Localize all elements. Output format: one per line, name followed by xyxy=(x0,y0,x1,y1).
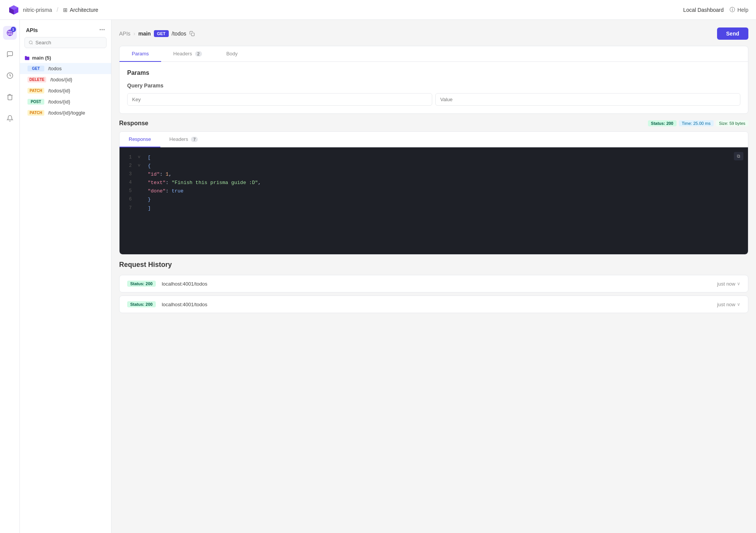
search-icon xyxy=(29,40,33,45)
globe-badge: 1 xyxy=(11,27,16,32)
svg-rect-5 xyxy=(191,33,194,36)
breadcrumb-apis[interactable]: APIs xyxy=(119,31,131,37)
main-content: APIs › main GET /todos Send Params Heade… xyxy=(111,20,756,324)
response-section: Response Status: 200 Time: 25.00 ms Size… xyxy=(119,120,748,255)
app-layout: 1 APIs ··· xyxy=(0,20,756,533)
sidebar-item-patch-toggle[interactable]: PATCH /todos/{id}/toggle xyxy=(20,107,111,118)
time-badge: Time: 25.00 ms xyxy=(679,120,714,126)
params-tabs: Params Headers 2 Body xyxy=(120,46,748,62)
history-title: Request History xyxy=(119,261,748,269)
main-area: APIs › main GET /todos Send Params Heade… xyxy=(111,20,756,533)
arch-icon: ⊞ xyxy=(63,7,68,13)
chevron-down-icon-2: ∨ xyxy=(737,302,740,307)
request-bar: APIs › main GET /todos Send xyxy=(119,27,748,40)
method-badge-patch2: PATCH xyxy=(27,110,44,116)
tab-params[interactable]: Params xyxy=(120,46,161,62)
history-time-2: just now ∨ xyxy=(717,302,740,307)
sidebar-group-name: main (5) xyxy=(32,55,51,61)
key-input[interactable] xyxy=(127,93,432,106)
nav-separator: / xyxy=(57,6,58,13)
copy-code-button[interactable]: ⧉ xyxy=(734,152,743,160)
code-line-2: 2 v { xyxy=(126,162,742,170)
request-history-section: Request History Status: 200 localhost:40… xyxy=(119,261,748,313)
sidebar-item-delete-todos-id[interactable]: DELETE /todos/{id} xyxy=(20,74,111,85)
params-title: Params xyxy=(127,69,740,76)
item-path: /todos/{id} xyxy=(48,88,70,94)
history-url-2: localhost:4001/todos xyxy=(162,302,711,307)
project-name: nitric-prisma xyxy=(23,7,52,13)
sidebar-items: GET /todos DELETE /todos/{id} PATCH /tod… xyxy=(20,63,111,118)
tab-response[interactable]: Response xyxy=(120,132,160,147)
send-button[interactable]: Send xyxy=(717,27,748,40)
sidebar-title: APIs xyxy=(26,27,38,33)
params-panel: Params Headers 2 Body Params Query Param… xyxy=(119,46,748,114)
folder-icon xyxy=(24,55,30,61)
history-time-1: just now ∨ xyxy=(717,281,740,287)
breadcrumb-path: /todos xyxy=(172,31,186,37)
architecture-link[interactable]: ⊞ Architecture xyxy=(63,7,99,13)
breadcrumb-sep1: › xyxy=(134,31,136,37)
method-badge-delete: DELETE xyxy=(27,77,46,82)
history-status-2: Status: 200 xyxy=(127,301,156,307)
code-area: ⧉ 1 v [ 2 v { 3 xyxy=(120,147,748,254)
svg-point-3 xyxy=(29,41,32,44)
item-path: /todos/{id} xyxy=(50,77,72,82)
history-item-1[interactable]: Status: 200 localhost:4001/todos just no… xyxy=(119,275,748,292)
sidebar-item-get-todos[interactable]: GET /todos xyxy=(20,63,111,74)
status-badge: Status: 200 xyxy=(648,120,677,126)
icon-bar-globe[interactable]: 1 xyxy=(3,26,17,40)
response-panel-header: Response Headers 7 xyxy=(120,132,748,147)
tab-headers[interactable]: Headers 2 xyxy=(161,46,214,62)
sidebar-group-main: main (5) GET /todos DELETE /todos/{id} P… xyxy=(20,51,111,120)
breadcrumb-main: main xyxy=(138,31,151,37)
icon-bar-bell[interactable] xyxy=(3,111,17,125)
top-nav: nitric-prisma / ⊞ Architecture Local Das… xyxy=(0,0,756,20)
sidebar-item-patch-todos-id[interactable]: PATCH /todos/{id} xyxy=(20,85,111,96)
local-dashboard-link[interactable]: Local Dashboard xyxy=(683,7,724,13)
code-line-7: 7 ] xyxy=(126,204,742,213)
size-badge: Size: 59 bytes xyxy=(716,120,748,126)
response-headers-badge: 7 xyxy=(191,137,198,142)
icon-bar-clock[interactable] xyxy=(3,69,17,82)
code-line-1: 1 v [ xyxy=(126,153,742,162)
tab-body[interactable]: Body xyxy=(214,46,250,62)
code-line-6: 6 } xyxy=(126,195,742,204)
item-path: /todos/{id}/toggle xyxy=(48,110,85,116)
params-row xyxy=(127,93,740,106)
method-badge-get: GET xyxy=(27,66,44,71)
sidebar-item-post-todos-id[interactable]: POST /todos/{id} xyxy=(20,96,111,107)
arch-label: Architecture xyxy=(70,7,99,13)
code-line-3: 3 "id": 1, xyxy=(126,170,742,179)
logo-icon[interactable] xyxy=(8,4,20,16)
method-badge-patch: PATCH xyxy=(27,88,44,94)
nav-right: Local Dashboard ⓘ Help xyxy=(683,6,748,13)
icon-bar-trash[interactable] xyxy=(3,90,17,104)
sidebar-more-button[interactable]: ··· xyxy=(99,26,105,34)
icon-bar: 1 xyxy=(0,20,20,533)
copy-path-icon[interactable] xyxy=(189,31,195,36)
sidebar: APIs ··· main (5) GET /todos xyxy=(20,20,111,533)
tab-response-headers[interactable]: Headers 7 xyxy=(160,132,207,147)
method-badge-post: POST xyxy=(27,99,44,105)
params-body: Params Query Params xyxy=(120,62,748,113)
svg-line-4 xyxy=(32,44,32,44)
item-path: /todos/{id} xyxy=(48,99,70,105)
help-button[interactable]: ⓘ Help xyxy=(730,6,748,13)
response-panel: Response Headers 7 ⧉ 1 v [ 2 v xyxy=(119,131,748,255)
sidebar-group-label[interactable]: main (5) xyxy=(20,53,111,63)
code-line-4: 4 "text": "Finish this prisma guide :D", xyxy=(126,179,742,187)
headers-badge: 2 xyxy=(195,51,202,57)
value-input[interactable] xyxy=(435,93,740,106)
history-status-1: Status: 200 xyxy=(127,281,156,287)
sidebar-search-container xyxy=(24,37,107,48)
search-input[interactable] xyxy=(36,40,102,45)
response-title: Response xyxy=(119,120,148,127)
response-badges: Status: 200 Time: 25.00 ms Size: 59 byte… xyxy=(648,120,748,126)
code-line-5: 5 "done": true xyxy=(126,187,742,195)
chevron-down-icon-1: ∨ xyxy=(737,281,740,286)
nav-left: nitric-prisma / ⊞ Architecture xyxy=(8,4,98,16)
history-item-2[interactable]: Status: 200 localhost:4001/todos just no… xyxy=(119,296,748,313)
query-params-title: Query Params xyxy=(127,82,740,89)
item-path: /todos xyxy=(48,66,61,71)
icon-bar-chat[interactable] xyxy=(3,47,17,61)
